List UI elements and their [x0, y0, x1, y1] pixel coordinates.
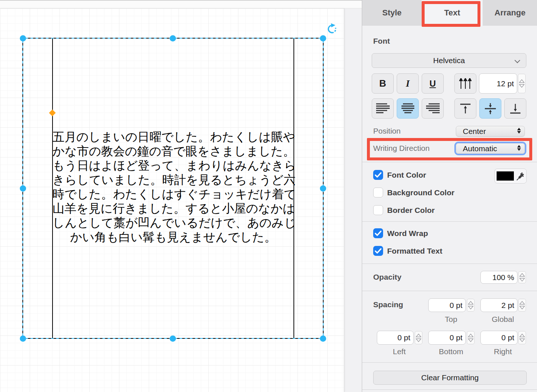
valign-top-button[interactable] [454, 98, 476, 119]
valign-bottom-button[interactable] [504, 98, 526, 119]
font-size-value: 12 pt [497, 79, 514, 88]
shape-text-line: 時でした。わたくしはすぐチョッキだけ着て [53, 187, 294, 202]
align-center-icon [401, 103, 415, 114]
underline-icon: U [429, 79, 436, 89]
underline-button[interactable]: U [422, 73, 444, 94]
shape-text-line: 山羊を見に行きました。すると小屋のなかは [53, 202, 294, 216]
rotate-handle-icon[interactable] [327, 23, 338, 34]
spacing-left-stepper[interactable] [415, 331, 422, 344]
divider [362, 291, 537, 291]
spacing-right-stepper[interactable] [518, 331, 526, 344]
align-right-icon [426, 103, 440, 114]
spacing-top-field[interactable]: 0 pt [428, 298, 466, 312]
font-color-label: Font Color [387, 171, 426, 179]
align-left-button[interactable] [372, 98, 394, 119]
resize-handle-w[interactable] [20, 185, 26, 192]
shape-text[interactable]: 五月のしまいの日曜でした。わたくしは賑にぎやかな市の教会の鐘の音で眼をさましまし… [53, 130, 294, 244]
resize-handle-nw[interactable] [20, 35, 26, 41]
font-color-swatch [497, 171, 514, 181]
word-wrap-label: Word Wrap [387, 229, 428, 238]
resize-handle-s[interactable] [170, 335, 176, 342]
font-size-field[interactable]: 12 pt [479, 73, 517, 94]
drawing-canvas[interactable]: 五月のしまいの日曜でした。わたくしは賑にぎやかな市の教会の鐘の音で眼をさましまし… [0, 0, 362, 392]
position-value: Center [463, 127, 486, 136]
resize-handle-sw[interactable] [20, 335, 26, 342]
shape-text-line: かな市の教会の鐘の音で眼をさましました。 [53, 144, 294, 159]
bold-button[interactable]: B [372, 73, 394, 94]
valign-bottom-icon [510, 104, 521, 114]
spacing-bottom-label: Bottom [439, 347, 464, 356]
spacing-top-label: Top [445, 315, 457, 324]
shape-text-line: 五月のしまいの日曜でした。わたくしは賑にぎや [53, 130, 294, 144]
opacity-stepper[interactable] [518, 271, 526, 283]
divider [362, 264, 537, 264]
shape-text-line: もう日はよほど登って、まわりはみんなきら [53, 159, 294, 173]
canvas-top-strip [0, 0, 362, 8]
spacing-right-label: Right [494, 347, 512, 356]
spacing-label: Spacing [373, 300, 403, 309]
align-right-button[interactable] [422, 98, 444, 119]
opacity-field[interactable]: 100 % [480, 271, 518, 284]
italic-button[interactable]: I [397, 73, 419, 94]
spacing-left-field[interactable]: 0 pt [377, 331, 414, 345]
align-center-button[interactable] [397, 98, 419, 119]
spacing-global-label: Global [492, 315, 514, 324]
format-panel: Style Text Arrange Font Helvetica B I U … [362, 0, 537, 392]
chevron-down-icon [515, 58, 520, 63]
app-window: 五月のしまいの日曜でした。わたくしは賑にぎやかな市の教会の鐘の音で眼をさましまし… [0, 0, 537, 392]
checkmark-icon [373, 228, 383, 238]
font-family-select[interactable]: Helvetica [372, 53, 526, 68]
valign-middle-button[interactable] [479, 98, 501, 119]
formatted-text-checkbox[interactable] [373, 246, 383, 256]
font-color-checkbox[interactable] [373, 170, 383, 180]
align-left-icon [376, 103, 390, 114]
shape-text-line: しんとして藁わらが凹んでいるだけで、あのみじ [53, 216, 294, 230]
font-size-stepper[interactable] [518, 74, 526, 93]
italic-icon: I [406, 78, 410, 89]
font-family-value: Helvetica [433, 56, 465, 65]
resize-handle-se[interactable] [320, 335, 326, 342]
divider [362, 221, 537, 222]
vertical-text-icon [459, 78, 472, 89]
divider [362, 162, 537, 162]
formatted-text-label: Formatted Text [387, 247, 442, 255]
vertical-text-button[interactable] [454, 73, 476, 94]
tab-style[interactable]: Style [362, 0, 422, 26]
annotation-box-writing-direction [367, 138, 532, 160]
background-color-checkbox[interactable] [373, 188, 383, 197]
border-color-checkbox[interactable] [373, 205, 383, 215]
annotation-box-text-tab [422, 1, 480, 27]
stepper-down-icon[interactable] [519, 84, 525, 88]
word-wrap-checkbox[interactable] [373, 228, 383, 238]
font-section-title: Font [373, 37, 390, 46]
spacing-global-field[interactable]: 2 pt [480, 298, 518, 312]
select-arrows-icon [517, 128, 521, 134]
font-color-swatch-button[interactable] [494, 168, 527, 184]
checkmark-icon [373, 170, 383, 180]
resize-handle-n[interactable] [170, 35, 176, 41]
stepper-up-icon[interactable] [519, 79, 525, 83]
checkmark-icon [373, 246, 383, 256]
eyedropper-icon [516, 172, 525, 181]
valign-middle-icon [485, 103, 496, 114]
resize-handle-ne[interactable] [320, 35, 326, 41]
divider [362, 362, 537, 363]
shape-text-line: かい角も白い髯も見えませんでした。 [53, 230, 294, 244]
shape-text-line: きらしていました。時計を見るとちょうど六 [53, 173, 294, 187]
clear-formatting-button[interactable]: Clear Formatting [373, 371, 527, 385]
spacing-bottom-stepper[interactable] [467, 331, 475, 344]
position-select[interactable]: Center [456, 126, 525, 137]
border-color-label: Border Color [387, 206, 435, 215]
spacing-top-stepper[interactable] [467, 299, 475, 312]
tab-arrange[interactable]: Arrange [483, 0, 537, 26]
spacing-bottom-field[interactable]: 0 pt [428, 331, 466, 345]
resize-handle-e[interactable] [320, 185, 326, 192]
position-label: Position [373, 127, 401, 135]
valign-top-icon [460, 104, 471, 114]
opacity-label: Opacity [373, 273, 401, 282]
spacing-right-field[interactable]: 0 pt [480, 331, 518, 345]
spacing-left-label: Left [393, 347, 406, 356]
background-color-label: Background Color [387, 188, 454, 197]
opacity-value: 100 % [492, 273, 514, 282]
spacing-global-stepper[interactable] [518, 299, 526, 312]
